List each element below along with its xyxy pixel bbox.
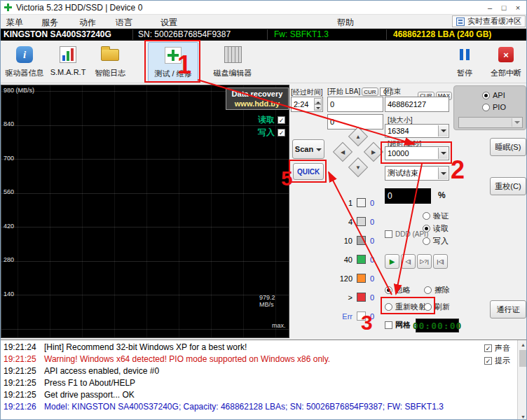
api-radio[interactable]: API (482, 91, 505, 99)
pio-radio[interactable]: PIO (482, 103, 506, 111)
menu-item-settings[interactable]: 设置 (160, 17, 177, 29)
smart-button[interactable]: S.M.A.R.T (48, 42, 88, 82)
pause-button[interactable]: 暂停 (446, 42, 483, 82)
hdd-by-watermark: Data recovery www.hdd.by (226, 88, 289, 110)
menu-item-menu[interactable]: 菜单 (6, 17, 23, 29)
disk-editor-button[interactable]: 磁盘编辑器 (210, 42, 256, 82)
drive-info-button[interactable]: i 驱动器信息 (2, 42, 47, 82)
arrow-down-icon: ▼ (352, 161, 364, 174)
title-bar[interactable]: Victoria 5.23 HDD/SSD | Device 0 – □ × (1, 1, 527, 15)
latency-row: 40 (334, 217, 374, 226)
menu-item-help[interactable]: 帮助 (337, 17, 354, 29)
current-lba-field[interactable]: 0 (327, 114, 383, 130)
test-repair-label: 测试 / 维修 (154, 69, 191, 79)
mode-write-radio[interactable]: 写入 (423, 236, 449, 246)
nav-left-button[interactable]: ◀ (333, 142, 353, 162)
spinner-arrows-icon[interactable] (314, 98, 322, 111)
quick-button[interactable]: QUICK (293, 163, 324, 180)
after-scan-action-select[interactable]: 测试结束 (385, 166, 449, 181)
nav-up-button[interactable]: ▲ (348, 127, 368, 146)
latency-color-swatch (357, 274, 366, 283)
device-capacity: 468862128 LBA (240 GB) (393, 30, 491, 39)
maximize-button[interactable]: □ (497, 1, 511, 13)
menu-item-action[interactable]: 动作 (79, 17, 96, 29)
timeout-select[interactable]: 10000 (385, 146, 449, 160)
latency-row: 1200 (334, 274, 374, 283)
buffer-view-toggle[interactable]: 实时查看缓冲区 (452, 15, 526, 27)
chevron-down-icon[interactable] (438, 125, 448, 136)
sound-checkbox[interactable]: 声音 (484, 343, 510, 354)
log-line: 19:21:25API access enabled, device #0 (4, 366, 159, 376)
y-tick: 140 (4, 290, 14, 298)
start-lba-field[interactable]: 0 (327, 97, 383, 112)
defect-ignore-radio[interactable]: 忽略 (385, 285, 411, 295)
mode-read-radio[interactable]: 读取 (423, 223, 449, 234)
write-curve-label: 写入 (258, 127, 275, 139)
ddd-api-checkbox[interactable]: DDD (API) (385, 230, 428, 238)
latency-row: >0 (334, 293, 374, 302)
menu-item-service[interactable]: 服务 (41, 17, 58, 29)
smart-icon (60, 46, 76, 63)
scrollbar-thumb[interactable] (519, 350, 527, 367)
smart-logs-button[interactable]: 智能日志 (89, 42, 131, 82)
nav-down-button[interactable]: ▼ (348, 158, 368, 177)
end-lba-field[interactable]: 468862127 (385, 97, 449, 112)
defect-remap-radio[interactable]: 重新映射 (385, 302, 426, 312)
folder-icon (101, 49, 119, 61)
menu-bar: 菜单 服务 动作 语言 设置 帮助 实时查看缓冲区 (1, 15, 527, 29)
smart-logs-label: 智能日志 (95, 68, 125, 78)
radio-icon (424, 286, 432, 294)
passport-button[interactable]: 通行证 (490, 300, 526, 318)
radio-icon (385, 286, 392, 294)
nav-right-button[interactable]: ▶ (364, 142, 383, 162)
minimize-button[interactable]: – (483, 1, 497, 13)
read-curve-label: 读取 (258, 114, 275, 126)
step-back-button[interactable]: ◁| (401, 254, 416, 269)
read-curve-checkbox[interactable] (278, 116, 285, 124)
sleep-button[interactable]: 睡眠(S) (490, 138, 526, 156)
hint-checkbox[interactable]: 提示 (484, 356, 510, 366)
write-curve-toggle[interactable]: 写入 (258, 127, 285, 139)
menu-item-language[interactable]: 语言 (116, 17, 132, 29)
scroll-up-icon[interactable]: ▲ (518, 340, 527, 349)
grid-checkbox[interactable]: 网格 (385, 320, 411, 330)
chevron-down-icon[interactable] (438, 167, 448, 179)
elapsed-time-spinner[interactable]: 2:24 (291, 97, 323, 112)
start-lba-label: [开始 LBA] (327, 87, 360, 97)
toolbar: i 驱动器信息 S.M.A.R.T 智能日志 测试 / 维修 磁盘编辑器 暂停 … (1, 41, 527, 83)
chevron-down-icon[interactable] (438, 148, 448, 159)
y-tick: 980 (MB/s) (4, 87, 34, 94)
checkbox-icon[interactable] (385, 321, 392, 329)
close-button[interactable]: × (511, 1, 525, 13)
defect-erase-radio[interactable]: 擦除 (424, 285, 450, 295)
recalibrate-button[interactable]: 重校(C) (490, 177, 526, 195)
scan-menu-button[interactable]: Scan (292, 139, 324, 159)
read-curve-toggle[interactable]: 读取 (258, 114, 285, 126)
latency-color-swatch (357, 217, 366, 226)
checkbox-icon (484, 344, 492, 352)
latency-row: Err0 (334, 312, 374, 321)
mode-verify-radio[interactable]: 验证 (423, 211, 449, 221)
checkbox-icon[interactable] (385, 230, 392, 238)
latency-color-swatch (357, 255, 366, 264)
latency-color-swatch (357, 293, 366, 302)
log-line: 19:21:24[Hint] Recommend 32-bit Windows … (4, 342, 247, 352)
start-scan-button[interactable]: ▶ (385, 254, 399, 269)
device-serial: SN: 50026B76854F9387 (138, 30, 231, 39)
scroll-down-icon[interactable]: ▼ (518, 412, 527, 420)
start-cur-button[interactable]: CUR (362, 88, 378, 96)
arrow-up-icon: ▲ (352, 130, 364, 143)
radio-icon (423, 212, 430, 220)
block-size-select[interactable]: 16384 (385, 124, 449, 138)
percent-label: % (438, 190, 446, 200)
abort-all-button[interactable]: × 全部中断 (486, 42, 526, 82)
y-tick: 280 (4, 256, 14, 263)
seek-forward-button[interactable]: ▷?| (417, 254, 432, 269)
test-repair-button[interactable]: 测试 / 维修 (148, 42, 198, 82)
seek-end-button[interactable]: |◁| (433, 254, 448, 269)
write-curve-checkbox[interactable] (278, 129, 285, 136)
drive-info-label: 驱动器信息 (6, 68, 44, 78)
access-mode-group: API PIO (453, 85, 526, 130)
defect-refresh-radio[interactable]: 刷新 (424, 302, 450, 312)
log-scrollbar[interactable]: ▲ ▼ (517, 340, 527, 420)
